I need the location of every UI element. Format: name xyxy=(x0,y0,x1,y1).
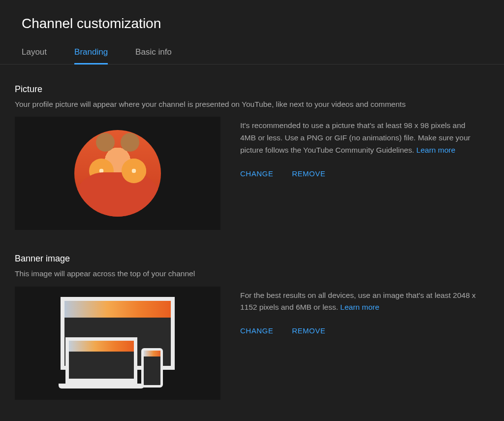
picture-title: Picture xyxy=(15,84,489,95)
picture-remove-button[interactable]: REMOVE xyxy=(292,169,325,178)
banner-change-button[interactable]: CHANGE xyxy=(240,326,273,335)
picture-description: Your profile picture will appear where y… xyxy=(15,98,489,110)
tab-layout[interactable]: Layout xyxy=(22,47,47,64)
picture-section: Picture Your profile picture will appear… xyxy=(15,84,489,230)
banner-title: Banner image xyxy=(15,254,489,264)
banner-help-text: For the best results on all devices, use… xyxy=(240,290,476,314)
page-title: Channel customization xyxy=(0,0,504,32)
laptop-icon xyxy=(65,337,137,384)
tabs-bar: Layout Branding Basic info xyxy=(0,32,504,65)
banner-description: This image will appear across the top of… xyxy=(15,268,489,279)
picture-help-text: It's recommended to use a picture that's… xyxy=(240,120,476,156)
tab-basic-info[interactable]: Basic info xyxy=(135,47,172,64)
banner-section: Banner image This image will appear acro… xyxy=(15,254,489,399)
banner-learn-more-link[interactable]: Learn more xyxy=(340,303,379,311)
profile-picture-avatar xyxy=(74,130,161,217)
banner-remove-button[interactable]: REMOVE xyxy=(292,326,325,335)
tab-branding[interactable]: Branding xyxy=(74,47,108,64)
picture-change-button[interactable]: CHANGE xyxy=(240,169,273,178)
content-area: Picture Your profile picture will appear… xyxy=(0,65,504,400)
banner-preview-box xyxy=(15,287,220,400)
picture-learn-more-link[interactable]: Learn more xyxy=(416,146,455,154)
banner-devices-illustration xyxy=(56,297,180,389)
phone-icon xyxy=(141,348,163,388)
picture-preview-box xyxy=(15,117,220,230)
